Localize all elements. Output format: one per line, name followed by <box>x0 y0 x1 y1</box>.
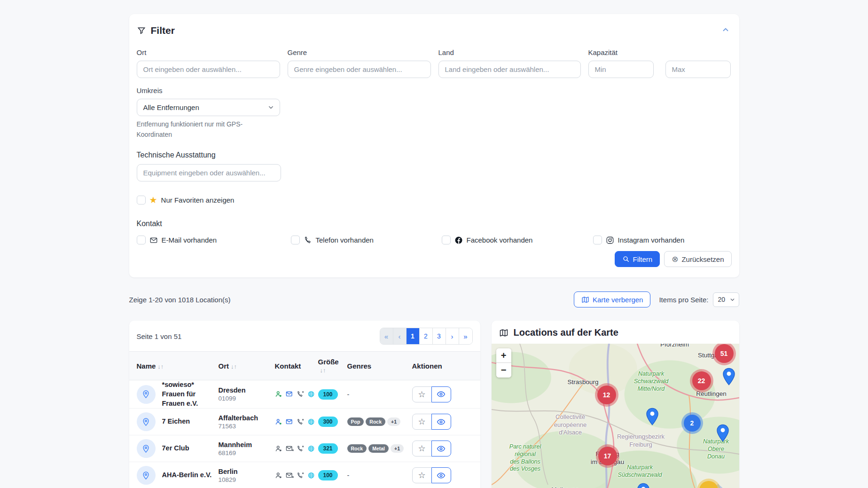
contact-icons <box>275 472 318 480</box>
favorite-button[interactable]: ☆ <box>412 386 432 402</box>
map-icon <box>499 328 508 338</box>
land-label: Land <box>438 48 581 56</box>
map-label: Naturpark Südschwarzwald <box>618 464 662 479</box>
map-cluster-marker[interactable]: 51 <box>715 344 734 363</box>
filtern-button[interactable]: Filtern <box>615 251 660 267</box>
umkreis-helper-text: Entfernung funktioniert nur mit GPS-Koor… <box>137 119 278 140</box>
map-label: Collectivité européenne d'Alsace <box>554 413 586 436</box>
email-icon <box>286 390 294 398</box>
zoom-in-button[interactable]: + <box>496 348 511 363</box>
genre-label: Genre <box>288 48 431 56</box>
chevron-up-icon <box>721 25 730 34</box>
favorites-checkbox[interactable] <box>137 196 146 205</box>
chevron-down-icon <box>267 104 274 111</box>
view-button[interactable] <box>431 441 451 457</box>
location-city: Mannheim <box>219 441 275 449</box>
zoom-out-button[interactable]: − <box>496 363 511 378</box>
favorite-button[interactable]: ☆ <box>412 414 432 430</box>
map-pin-marker[interactable] <box>717 424 729 444</box>
phone-checkbox[interactable] <box>291 236 300 244</box>
sort-icon: ↓↑ <box>231 363 237 370</box>
phone-option-label: Telefon vorhanden <box>316 236 374 244</box>
column-header-groesse[interactable]: Größe ↓↑ <box>318 358 347 374</box>
first-page-button[interactable]: « <box>380 328 393 344</box>
column-header-ort[interactable]: Ort↓↑ <box>219 362 275 370</box>
facebook-checkbox[interactable] <box>442 236 451 244</box>
website-icon <box>307 472 315 480</box>
location-pin-icon <box>141 471 150 480</box>
sort-icon: ↓↑ <box>320 367 326 374</box>
view-button[interactable] <box>431 414 451 430</box>
website-icon <box>307 390 315 398</box>
column-header-genres: Genres <box>347 362 407 370</box>
location-pin-icon <box>141 444 150 453</box>
star-outline-icon: ☆ <box>418 389 425 400</box>
results-bar: Zeige 1-20 von 1018 Location(s) Karte ve… <box>129 291 739 307</box>
toggle-map-button[interactable]: Karte verbergen <box>574 291 651 307</box>
phone-icon <box>297 390 305 398</box>
table-header: Name↓↑ Ort↓↑ Kontakt Größe ↓↑ Genres Akt… <box>129 351 480 380</box>
map-canvas[interactable]: + − PforzheimStuttgartStrasbourgNaturpar… <box>492 344 739 488</box>
locations-table-panel: Seite 1 von 51 « ‹ 1 2 3 › » Name↓↑ Ort↓… <box>129 321 480 488</box>
location-name[interactable]: *sowieso* Frauen für Frauen e.V. <box>162 380 219 408</box>
map-pin-marker[interactable] <box>637 483 649 488</box>
instagram-checkbox[interactable] <box>593 236 602 244</box>
star-icon: ★ <box>149 196 157 205</box>
favorites-label: Nur Favoriten anzeigen <box>161 196 235 204</box>
genres-cell: - <box>347 391 407 398</box>
map-cluster-marker[interactable]: 12 <box>597 386 616 404</box>
email-icon <box>286 418 294 426</box>
umkreis-select[interactable]: Alle Entfernungen <box>137 99 280 116</box>
ort-input[interactable] <box>137 61 280 78</box>
genre-input[interactable] <box>288 61 431 78</box>
search-icon <box>622 255 630 263</box>
page: Filter Ort Genre Land Kapazität <box>129 0 739 488</box>
location-zip: 71563 <box>219 423 275 430</box>
funnel-icon <box>137 26 146 35</box>
map-cluster-marker[interactable]: 17 <box>598 447 617 465</box>
last-page-button[interactable]: » <box>459 328 472 344</box>
facebook-icon <box>454 236 463 244</box>
star-outline-icon: ☆ <box>418 470 425 480</box>
location-avatar <box>137 412 156 431</box>
kapazitaet-max-input[interactable] <box>665 61 731 78</box>
map-cluster-marker[interactable]: 22 <box>692 371 711 390</box>
email-checkbox[interactable] <box>137 236 146 244</box>
map-pin-marker[interactable] <box>723 368 735 387</box>
collapse-filter-button[interactable] <box>719 24 732 37</box>
per-page-select[interactable]: 20 <box>713 292 739 307</box>
kontakt-section-label: Kontakt <box>137 220 732 228</box>
page-button-2[interactable]: 2 <box>420 328 433 344</box>
table-row: AHA-Berlin e.V. Berlin 10829 100 - ☆ <box>129 462 480 488</box>
location-avatar <box>137 439 156 458</box>
page-button-1[interactable]: 1 <box>407 328 420 344</box>
equipment-input[interactable] <box>137 164 281 181</box>
table-row: 7 Eichen Affalterbach 71563 300 PopRock+… <box>129 409 480 435</box>
genre-badge: Rock <box>366 417 385 426</box>
location-name[interactable]: AHA-Berlin e.V. <box>162 471 212 480</box>
prev-page-button[interactable]: ‹ <box>393 328 407 344</box>
page-button-3[interactable]: 3 <box>433 328 446 344</box>
kapazitaet-min-input[interactable] <box>588 61 654 78</box>
favorite-button[interactable]: ☆ <box>412 467 432 483</box>
map-label: Parc naturel régional des Ballons des Vo… <box>509 443 541 473</box>
map-panel-title: Locations auf der Karte <box>514 327 618 338</box>
column-header-name[interactable]: Name↓↑ <box>129 362 219 370</box>
map-pin-marker[interactable] <box>646 408 658 427</box>
genres-cell: - <box>347 472 407 479</box>
instagram-option-label: Instagram vorhanden <box>618 236 685 244</box>
location-name[interactable]: 7 Eichen <box>162 417 190 426</box>
location-name[interactable]: 7er Club <box>162 444 189 453</box>
map-cluster-marker[interactable]: 2 <box>684 415 701 432</box>
view-button[interactable] <box>431 386 451 402</box>
zuruecksetzen-button[interactable]: ⊗ Zurücksetzen <box>664 251 731 267</box>
person-icon <box>275 472 283 480</box>
view-button[interactable] <box>431 467 451 483</box>
location-zip: 01099 <box>219 395 275 402</box>
favorite-button[interactable]: ☆ <box>412 441 432 457</box>
land-input[interactable] <box>438 61 581 78</box>
next-page-button[interactable]: › <box>446 328 459 344</box>
kapazitaet-label: Kapazität <box>588 48 731 56</box>
table-body: *sowieso* Frauen für Frauen e.V. Dresden… <box>129 380 480 488</box>
eye-icon <box>437 390 446 399</box>
